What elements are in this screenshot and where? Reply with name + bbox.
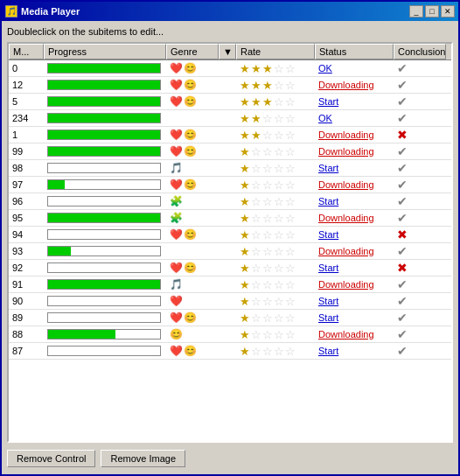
status-link[interactable]: Start: [318, 262, 338, 273]
star-5[interactable]: ☆: [285, 312, 296, 325]
star-5[interactable]: ☆: [285, 145, 296, 158]
maximize-button[interactable]: □: [425, 5, 439, 18]
star-4[interactable]: ☆: [274, 262, 284, 275]
table-row[interactable]: 1❤️😊★★☆☆☆Downloading✖: [9, 127, 451, 144]
col-header-rate[interactable]: Rate: [236, 44, 315, 60]
table-row[interactable]: 5❤️😊★★★☆☆Start✔: [9, 94, 451, 110]
star-2[interactable]: ☆: [251, 295, 261, 308]
table-row[interactable]: 98🎵★☆☆☆☆Start✔: [9, 160, 451, 177]
star-4[interactable]: ☆: [274, 328, 284, 341]
star-3[interactable]: ☆: [262, 328, 273, 341]
star-2[interactable]: ★: [251, 62, 261, 75]
star-3[interactable]: ☆: [262, 212, 273, 225]
status-link[interactable]: Downloading: [318, 130, 374, 140]
star-1[interactable]: ★: [240, 278, 250, 291]
star-5[interactable]: ☆: [285, 62, 296, 75]
status-link[interactable]: Start: [318, 96, 338, 107]
table-row[interactable]: 95🧩★☆☆☆☆Downloading✔: [9, 210, 451, 227]
star-3[interactable]: ★: [262, 79, 273, 92]
star-3[interactable]: ☆: [262, 262, 273, 275]
star-5[interactable]: ☆: [285, 328, 296, 341]
star-2[interactable]: ☆: [251, 328, 261, 341]
star-2[interactable]: ☆: [251, 145, 261, 158]
star-1[interactable]: ★: [240, 228, 250, 242]
table-row[interactable]: 89❤️😊★☆☆☆☆Start✔: [9, 310, 451, 326]
col-header-m[interactable]: M...: [9, 44, 44, 60]
star-1[interactable]: ★: [240, 195, 250, 208]
star-1[interactable]: ★: [240, 62, 250, 75]
table-scroll[interactable]: 0❤️😊★★★☆☆OK✔12❤️😊★★★☆☆Downloading✔5❤️😊★★…: [9, 60, 451, 441]
remove-image-button[interactable]: Remove Image: [101, 450, 185, 467]
status-link[interactable]: Downloading: [318, 146, 374, 157]
status-link[interactable]: Start: [318, 346, 338, 356]
star-4[interactable]: ☆: [274, 212, 284, 225]
star-3[interactable]: ☆: [262, 312, 273, 325]
star-3[interactable]: ☆: [262, 112, 273, 125]
star-3[interactable]: ☆: [262, 345, 273, 358]
star-2[interactable]: ☆: [251, 228, 261, 242]
star-2[interactable]: ★: [251, 129, 261, 142]
star-5[interactable]: ☆: [285, 129, 296, 142]
star-4[interactable]: ☆: [274, 312, 284, 325]
star-2[interactable]: ★: [251, 95, 261, 108]
table-row[interactable]: 88😊★☆☆☆☆Downloading✔: [9, 326, 451, 343]
table-row[interactable]: 234★★☆☆☆OK✔: [9, 110, 451, 127]
star-1[interactable]: ★: [240, 145, 250, 158]
star-1[interactable]: ★: [240, 312, 250, 325]
status-link[interactable]: Start: [318, 196, 338, 206]
table-row[interactable]: 87❤️😊★☆☆☆☆Start✔: [9, 343, 451, 360]
star-2[interactable]: ☆: [251, 245, 261, 258]
star-5[interactable]: ☆: [285, 95, 296, 108]
minimize-button[interactable]: _: [409, 5, 423, 18]
star-1[interactable]: ★: [240, 178, 250, 192]
table-row[interactable]: 96🧩★☆☆☆☆Start✔: [9, 193, 451, 210]
star-4[interactable]: ☆: [274, 228, 284, 242]
star-5[interactable]: ☆: [285, 262, 296, 275]
star-2[interactable]: ★: [251, 79, 261, 92]
star-1[interactable]: ★: [240, 79, 250, 92]
star-2[interactable]: ☆: [251, 162, 261, 175]
col-header-status[interactable]: Status: [315, 44, 394, 60]
status-link[interactable]: Downloading: [318, 179, 374, 190]
star-4[interactable]: ☆: [274, 245, 284, 258]
star-3[interactable]: ☆: [262, 228, 273, 242]
star-3[interactable]: ★: [262, 62, 273, 75]
star-3[interactable]: ☆: [262, 178, 273, 192]
star-4[interactable]: ☆: [274, 195, 284, 208]
star-5[interactable]: ☆: [285, 228, 296, 242]
status-link[interactable]: Downloading: [318, 80, 374, 90]
star-4[interactable]: ☆: [274, 79, 284, 92]
star-5[interactable]: ☆: [285, 79, 296, 92]
star-4[interactable]: ☆: [274, 129, 284, 142]
star-4[interactable]: ☆: [274, 62, 284, 75]
close-button[interactable]: ✕: [441, 5, 455, 18]
star-5[interactable]: ☆: [285, 345, 296, 358]
status-link[interactable]: Start: [318, 296, 338, 306]
star-3[interactable]: ★: [262, 95, 273, 108]
table-row[interactable]: 94❤️😊★☆☆☆☆Start✖: [9, 227, 451, 243]
star-2[interactable]: ☆: [251, 312, 261, 325]
star-3[interactable]: ☆: [262, 295, 273, 308]
star-2[interactable]: ☆: [251, 278, 261, 291]
status-link[interactable]: Downloading: [318, 213, 374, 223]
table-row[interactable]: 90❤️★☆☆☆☆Start✔: [9, 293, 451, 310]
remove-control-button[interactable]: Remove Control: [7, 450, 95, 467]
star-5[interactable]: ☆: [285, 162, 296, 175]
star-1[interactable]: ★: [240, 95, 250, 108]
star-4[interactable]: ☆: [274, 95, 284, 108]
table-row[interactable]: 0❤️😊★★★☆☆OK✔: [9, 60, 451, 77]
star-1[interactable]: ★: [240, 262, 250, 275]
status-link[interactable]: Downloading: [318, 246, 374, 256]
star-2[interactable]: ☆: [251, 178, 261, 192]
table-row[interactable]: 99❤️😊★☆☆☆☆Downloading✔: [9, 144, 451, 160]
star-2[interactable]: ☆: [251, 195, 261, 208]
star-3[interactable]: ☆: [262, 195, 273, 208]
star-4[interactable]: ☆: [274, 345, 284, 358]
star-1[interactable]: ★: [240, 328, 250, 341]
star-3[interactable]: ☆: [262, 129, 273, 142]
star-1[interactable]: ★: [240, 112, 250, 125]
status-link[interactable]: Downloading: [318, 329, 374, 340]
star-1[interactable]: ★: [240, 129, 250, 142]
star-1[interactable]: ★: [240, 345, 250, 358]
star-1[interactable]: ★: [240, 212, 250, 225]
